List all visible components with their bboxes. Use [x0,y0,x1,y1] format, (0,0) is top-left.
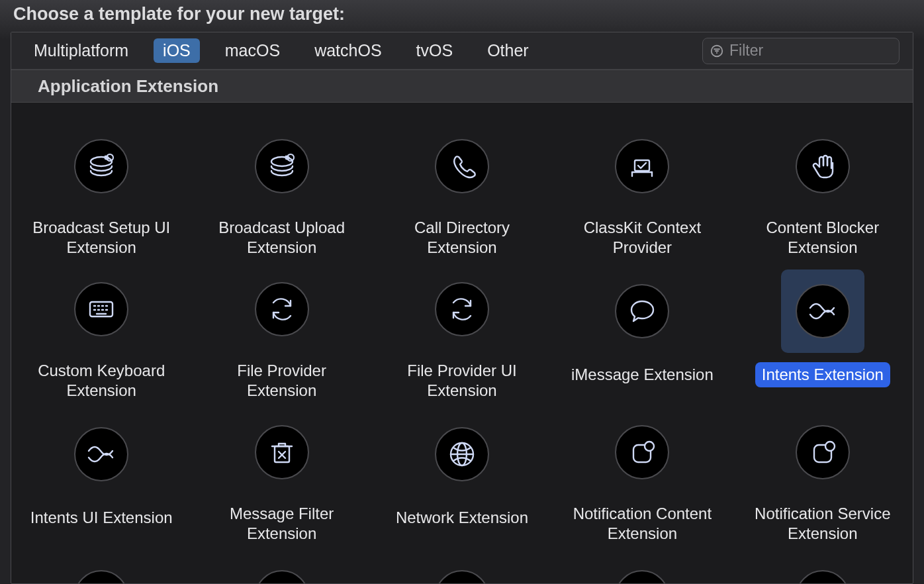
template-label: Notification Service Extension [743,501,902,546]
speech-icon [615,284,669,338]
layers-circle-icon [74,139,128,193]
template-broadcast-upload-extension[interactable]: Broadcast Upload Extension [191,117,371,260]
placeholder-icon [796,570,850,583]
trash-x-icon [255,425,309,479]
cycle-icon [435,282,489,336]
new-target-template-dialog: Choose a template for your new target: M… [0,0,924,584]
platform-tabbar: Multiplatform iOS macOS watchOS tvOS Oth… [11,32,913,70]
placeholder-icon [255,570,309,583]
template-label: Intents UI Extension [24,505,179,530]
template-file-provider-ui-extension[interactable]: File Provider UI Extension [372,260,552,403]
layers-circle-icon [255,139,309,193]
template-icon-tile [420,413,504,496]
template-notification-content-extension[interactable]: Notification Content Extension [552,403,732,546]
template-label: Broadcast Upload Extension [203,215,361,260]
dialog-title: Choose a template for your new target: [0,0,924,32]
template-label: iMessage Extension [565,362,720,387]
template-intents-extension[interactable]: Intents Extension [733,260,913,403]
template-label: Content Blocker Extension [743,215,902,260]
template-icon-tile [60,556,143,583]
keyboard-icon [74,282,128,336]
template-icon-tile [600,126,684,206]
template-content-blocker-extension[interactable]: Content Blocker Extension [733,117,913,260]
template-label: Intents Extension [755,362,890,387]
template-message-filter-extension[interactable]: Message Filter Extension [191,403,371,546]
placeholder-icon [435,570,489,583]
template-grid-wrap: Broadcast Setup UI ExtensionBroadcast Up… [11,104,913,583]
tab-other[interactable]: Other [478,38,538,63]
hand-icon [796,139,850,193]
template-call-directory-extension[interactable]: Call Directory Extension [372,117,552,260]
tab-multiplatform[interactable]: Multiplatform [24,38,138,63]
template-network-extension[interactable]: Network Extension [372,403,552,546]
template-icon-tile [420,126,504,206]
template-label: ClassKit Context Provider [563,215,721,260]
template-icon-tile [60,269,143,349]
notification-icon [796,425,850,479]
template-icon-tile [240,126,324,206]
upload-icon [615,570,669,583]
cycle-icon [255,282,309,336]
template-label: Custom Keyboard Extension [22,358,181,403]
tab-ios[interactable]: iOS [154,38,200,63]
template-icon-tile [420,269,504,349]
template-label: Broadcast Setup UI Extension [22,215,181,260]
template-grid: Broadcast Setup UI ExtensionBroadcast Up… [11,104,913,583]
template-broadcast-setup-ui-extension[interactable]: Broadcast Setup UI Extension [11,117,191,260]
template-icon-tile [240,556,324,583]
template-label: Message Filter Extension [203,501,361,546]
template-icon-tile [420,556,504,583]
template-template-17[interactable] [372,546,552,583]
template-icon-tile [600,269,684,353]
template-custom-keyboard-extension[interactable]: Custom Keyboard Extension [11,260,191,403]
template-icon-tile [60,413,143,496]
template-label: File Provider UI Extension [383,358,541,403]
template-classkit-context-provider[interactable]: ClassKit Context Provider [552,117,732,260]
template-template-15[interactable] [11,546,191,583]
tab-macos[interactable]: macOS [216,38,289,63]
waves-icon [796,284,850,338]
tab-tvos[interactable]: tvOS [407,38,463,63]
template-icon-tile [60,126,143,206]
template-file-provider-extension[interactable]: File Provider Extension [191,260,371,403]
placeholder-icon [74,570,128,583]
filter-input[interactable] [729,42,913,60]
template-icon-tile [600,413,684,492]
phone-icon [435,139,489,193]
template-panel: Multiplatform iOS macOS watchOS tvOS Oth… [11,32,913,584]
template-icon-tile [781,413,864,492]
template-icon-tile [240,269,324,349]
classkit-icon [615,139,669,193]
template-label: Network Extension [389,505,535,530]
template-icon-tile [781,126,864,206]
filter-icon [710,44,724,58]
template-template-16[interactable] [191,546,371,583]
template-imessage-extension[interactable]: iMessage Extension [552,260,732,403]
template-icon-tile [240,413,324,492]
template-notification-service-extension[interactable]: Notification Service Extension [733,403,913,546]
filter-field[interactable] [702,38,900,64]
waves-icon [74,427,128,481]
template-template-19[interactable] [733,546,913,583]
notification-icon [615,425,669,479]
template-icon-tile [781,556,864,583]
template-label: Call Directory Extension [383,215,541,260]
section-header-application-extension: Application Extension [11,70,913,103]
template-template-18[interactable] [552,546,732,583]
tab-watchos[interactable]: watchOS [305,38,391,63]
template-icon-tile [600,556,684,583]
globe-icon [435,427,489,481]
template-icon-tile [781,269,864,353]
template-label: File Provider Extension [203,358,361,403]
template-label: Notification Content Extension [563,501,721,546]
template-intents-ui-extension[interactable]: Intents UI Extension [11,403,191,546]
